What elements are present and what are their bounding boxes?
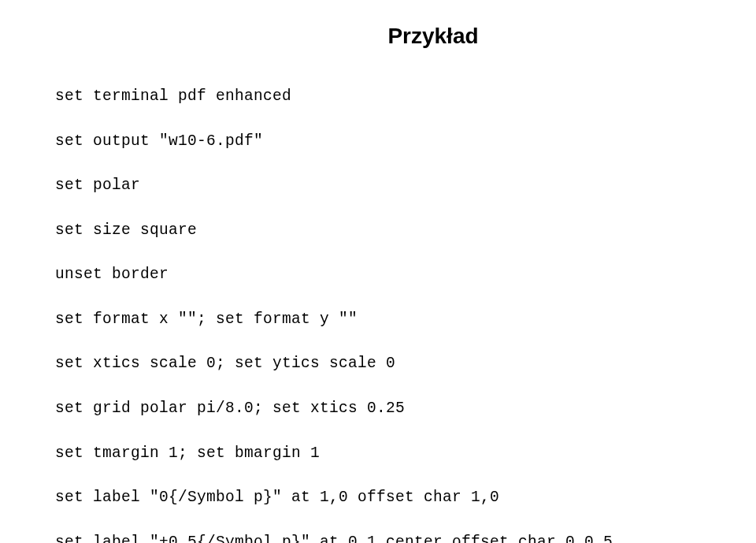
code-line: set polar [55, 174, 717, 196]
code-line: set format x ""; set format y "" [55, 308, 717, 330]
code-block: set terminal pdf enhanced set output "w1… [55, 63, 717, 543]
code-line: unset border [55, 263, 717, 285]
code-line: set label "0{/Symbol p}" at 1,0 offset c… [55, 486, 717, 508]
code-line: set label "+0.5{/Symbol p}" at 0,1 cente… [55, 531, 717, 543]
page-title: Przykład [150, 24, 717, 49]
code-line: set output "w10-6.pdf" [55, 130, 717, 152]
code-line: set terminal pdf enhanced [55, 85, 717, 107]
code-line: set size square [55, 219, 717, 241]
code-line: set xtics scale 0; set ytics scale 0 [55, 352, 717, 374]
code-line: set tmargin 1; set bmargin 1 [55, 442, 717, 464]
code-line: set grid polar pi/8.0; set xtics 0.25 [55, 397, 717, 419]
